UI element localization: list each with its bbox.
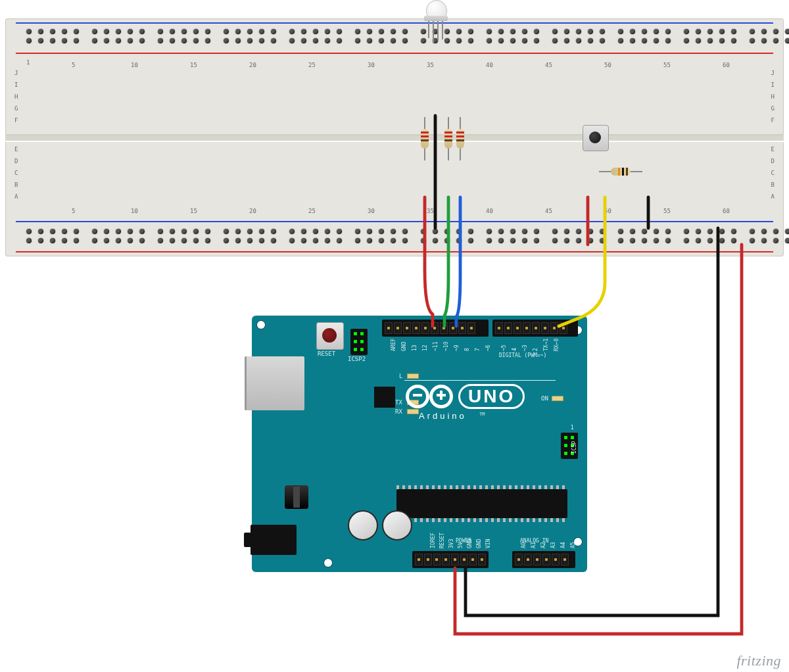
power-pin-label: GND: [467, 539, 473, 548]
arduino-uno-board: RESET ICSP2 L TX RX ON UNO Arduin: [252, 316, 587, 572]
row-label: J: [14, 70, 18, 76]
col-label: 35: [427, 62, 434, 68]
power-pin-label: 5V: [458, 542, 464, 548]
analog-header: [512, 551, 575, 568]
row-label: A: [771, 193, 775, 200]
col-label: 5: [72, 62, 75, 68]
atmega328p-icon: [396, 489, 567, 518]
digital-pin-label: AREF: [391, 339, 396, 351]
digital-pin-label: ~10: [444, 342, 449, 351]
col-label: 15: [190, 208, 197, 214]
row-label: D: [771, 158, 775, 164]
col-label: 40: [486, 208, 493, 214]
breadboard: 1 JJIIHHGGFFEEDDCCBBAA551010151520202525…: [5, 18, 784, 256]
power-pin-label: 3V3: [449, 539, 454, 548]
digital-pin-label: 4: [512, 348, 517, 351]
col-label: 15: [190, 62, 197, 68]
analog-pin-label: A1: [531, 542, 537, 548]
atmega16u2-icon: [374, 387, 395, 408]
col-label: 40: [486, 62, 493, 68]
row-label: C: [14, 170, 18, 176]
row-label: F: [14, 117, 18, 124]
digital-pin-label: ~3: [523, 345, 528, 351]
resistor-220-g: [444, 122, 452, 155]
uno-label: UNO: [458, 384, 525, 409]
digital-pin-label: 13: [412, 345, 418, 351]
power-pin-label: GND: [477, 539, 482, 548]
led-on-label: ON: [541, 396, 548, 402]
col-label: 55: [663, 62, 671, 68]
col-label: 30: [368, 62, 375, 68]
row-label: B: [771, 181, 775, 188]
digital-pin-label: ~5: [502, 345, 507, 351]
power-header: [412, 551, 489, 568]
analog-pin-label: A3: [551, 542, 556, 548]
resistor-220-r: [421, 122, 429, 155]
col-label: 45: [545, 62, 552, 68]
digital-pin-label: 12: [423, 345, 428, 351]
digital-pin-label: 2: [533, 348, 538, 351]
arduino-logo-icon: UNO: [406, 384, 525, 409]
row-label: H: [14, 93, 18, 100]
resistor-10k-pulldown: [604, 168, 637, 176]
icsp2-label: ICSP2: [348, 356, 366, 362]
col-label: 55: [663, 208, 671, 214]
row-label: F: [771, 117, 775, 124]
digital-pin-label: ~6: [486, 345, 491, 351]
row-label: E: [771, 146, 775, 153]
col-label: 35: [427, 208, 434, 214]
col-label: 45: [545, 208, 552, 214]
row-label: G: [771, 105, 775, 112]
led-tx-label: TX: [395, 400, 402, 406]
tm-label: TM: [479, 412, 485, 418]
bottom-rail-positive: [16, 251, 773, 252]
col-label: 50: [604, 208, 611, 214]
digital-pin-label: GND: [402, 342, 407, 351]
analog-pin-label: A0: [521, 542, 527, 548]
digital-header-left: [382, 320, 489, 337]
digital-header-right: [492, 320, 578, 337]
analog-pin-label: A4: [561, 542, 566, 548]
col-label: 20: [249, 62, 256, 68]
col-label: 20: [249, 208, 256, 214]
reset-button: [316, 322, 344, 350]
rgb-led: [426, 0, 446, 26]
col-label: 25: [308, 208, 316, 214]
digital-pin-label: ~11: [433, 342, 439, 351]
digital-pin-label: ~9: [454, 345, 460, 351]
row-label: D: [14, 158, 18, 164]
digital-pin-label: RX←0: [554, 339, 560, 351]
col-label: 10: [131, 62, 138, 68]
row-label: B: [14, 181, 18, 188]
led-rx-icon: [407, 409, 419, 414]
digital-pin-label: 8: [465, 348, 470, 351]
analog-pin-label: A2: [541, 542, 546, 548]
icsp-pin1: 1: [571, 425, 574, 431]
bottom-rail-negative: [16, 221, 773, 222]
row-label: G: [14, 105, 18, 112]
dc-barrel-jack: [251, 525, 297, 555]
col-label: 25: [308, 62, 316, 68]
digital-pin-label: 7: [475, 348, 481, 351]
power-pin-label: IOREF: [431, 533, 436, 548]
pushbutton: [583, 125, 609, 151]
resistor-220-b: [456, 122, 464, 155]
usb-port: [247, 356, 304, 410]
top-rail-positive: [16, 53, 773, 54]
digital-header-title: DIGITAL (PWM=~): [499, 352, 546, 358]
icsp2-header: [350, 329, 368, 355]
row-label: A: [14, 193, 18, 200]
col-label: 10: [131, 208, 138, 214]
row-label: E: [14, 146, 18, 153]
digital-pin-label: TX→1: [544, 339, 549, 351]
analog-pin-label: A5: [571, 542, 576, 548]
capacitors-icon: [348, 510, 412, 540]
power-pin-label: RESET: [440, 533, 445, 548]
col-label: 1: [26, 59, 30, 66]
col-label: 60: [723, 62, 730, 68]
row-label: H: [771, 93, 775, 100]
breadboard-center-channel: [5, 134, 784, 142]
power-pin-label: VIN: [486, 539, 491, 548]
col-label: 60: [723, 208, 730, 214]
icsp-label: ICSP: [572, 441, 577, 454]
